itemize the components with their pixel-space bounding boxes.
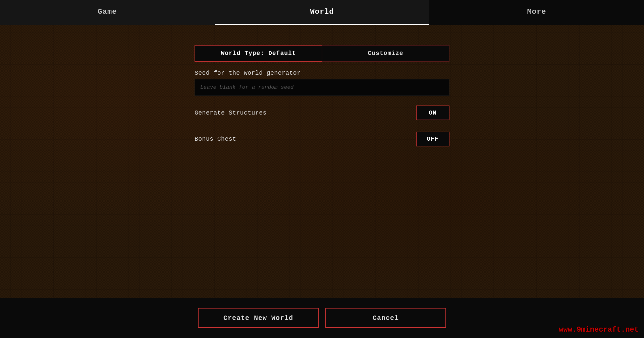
seed-section: Seed for the world generator [195, 70, 449, 96]
tab-more[interactable]: More [429, 0, 644, 25]
generate-structures-row: Generate Structures ON [195, 104, 449, 122]
seed-label: Seed for the world generator [195, 70, 449, 76]
bonus-chest-toggle[interactable]: OFF [416, 132, 449, 146]
generate-structures-label: Generate Structures [195, 110, 267, 116]
world-type-button[interactable]: World Type: Default [195, 45, 322, 62]
tab-game[interactable]: Game [0, 0, 215, 25]
cancel-button[interactable]: Cancel [325, 308, 446, 328]
bonus-chest-label: Bonus Chest [195, 136, 236, 142]
generate-structures-toggle[interactable]: ON [416, 106, 449, 120]
watermark: www.9minecraft.net [559, 326, 639, 334]
bonus-chest-row: Bonus Chest OFF [195, 130, 449, 148]
top-nav-bar: Game World More [0, 0, 644, 25]
world-type-row: World Type: Default Customize [195, 45, 449, 62]
tab-world[interactable]: World [215, 0, 429, 25]
create-new-world-button[interactable]: Create New World [198, 308, 319, 328]
bottom-bar: Create New World Cancel [0, 298, 644, 338]
customize-button[interactable]: Customize [322, 45, 449, 62]
main-content: World Type: Default Customize Seed for t… [0, 25, 644, 298]
seed-input[interactable] [195, 79, 449, 96]
settings-container: World Type: Default Customize Seed for t… [195, 45, 449, 148]
